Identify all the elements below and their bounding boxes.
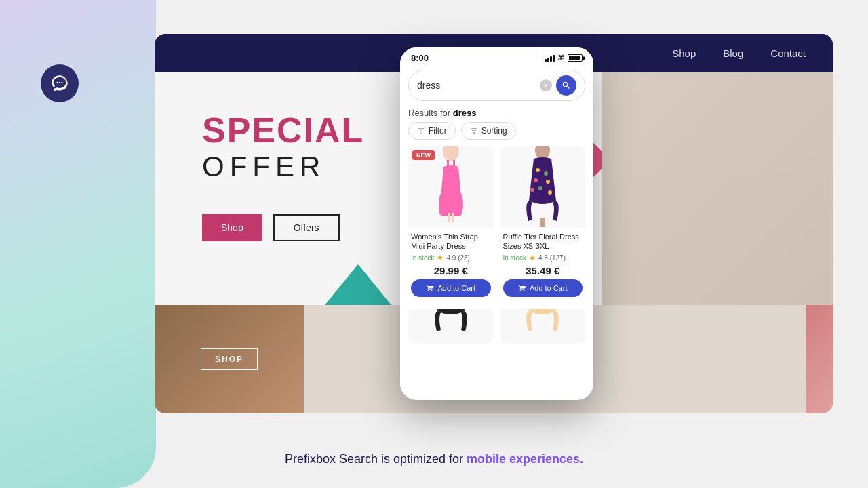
nav-blog[interactable]: Blog: [723, 47, 743, 59]
special-text: SPECIAL: [202, 113, 364, 148]
svg-point-18: [536, 168, 540, 172]
product-image-4: [500, 309, 586, 343]
svg-point-19: [544, 171, 548, 176]
svg-rect-25: [540, 218, 542, 227]
add-to-cart-button-1[interactable]: Add to Cart: [411, 279, 491, 297]
dress-image-3: [427, 309, 475, 343]
product-card-4: [500, 309, 586, 343]
bottom-image-3: SHOP: [806, 305, 833, 413]
in-stock-1: In stock: [411, 254, 434, 262]
in-stock-2: In stock: [503, 254, 526, 262]
status-bar: 8:00 ⌘: [400, 47, 593, 66]
product-image-1: New: [408, 146, 494, 228]
add-to-cart-button-2[interactable]: Add to Cart: [503, 279, 583, 297]
offer-text: OFFER: [202, 150, 364, 183]
nav-contact[interactable]: Contact: [770, 47, 806, 59]
add-to-cart-label-2: Add to Cart: [530, 284, 568, 292]
product-card-1: New Women's Thin Strap Midi Party Dress …: [408, 146, 494, 302]
product-meta-1: In stock ★ 4.9 (23): [411, 253, 491, 262]
search-bar[interactable]: dress ✕: [408, 70, 585, 101]
svg-point-23: [530, 188, 534, 192]
background-gradient: [0, 0, 156, 488]
product-card-3: [408, 309, 494, 343]
sorting-button[interactable]: Sorting: [461, 122, 516, 140]
results-text: Results for dress: [408, 108, 585, 118]
search-icon: [561, 81, 571, 90]
svg-point-1: [59, 82, 60, 83]
chat-icon[interactable]: [41, 64, 79, 102]
new-badge: New: [412, 150, 435, 160]
product-meta-2: In stock ★ 4.8 (127): [503, 253, 583, 262]
svg-point-2: [61, 82, 62, 83]
svg-rect-16: [452, 213, 454, 222]
bottom-image-1: SHOP: [155, 305, 304, 413]
sorting-label: Sorting: [481, 126, 507, 136]
status-icons: ⌘: [545, 54, 583, 62]
phone-overlay: 8:00 ⌘ dress ✕ Results for dress: [400, 47, 593, 400]
wifi-icon: ⌘: [557, 54, 565, 62]
results-query: dress: [453, 108, 477, 118]
svg-point-22: [538, 186, 542, 190]
hero-buttons: Shop Offers: [202, 214, 340, 241]
svg-point-14: [455, 192, 463, 216]
chat-bubble-icon: [50, 74, 69, 93]
status-time: 8:00: [411, 53, 429, 63]
product-info-1: Women's Thin Strap Midi Party Dress In s…: [408, 228, 494, 302]
svg-point-20: [534, 178, 538, 182]
product-card-2: Ruffle Tier Floral Dress, Sizes XS-3XL I…: [500, 146, 586, 302]
shop-label[interactable]: SHOP: [201, 348, 258, 370]
svg-point-21: [546, 180, 550, 184]
svg-point-10: [443, 146, 459, 161]
filter-row: Filter Sorting: [408, 122, 585, 140]
cart-icon-1: [426, 284, 434, 292]
product-grid: New Women's Thin Strap Midi Party Dress …: [400, 146, 593, 343]
battery-icon: [568, 54, 583, 62]
filter-label: Filter: [429, 126, 447, 136]
shop-button[interactable]: Shop: [202, 214, 262, 241]
product-name-2: Ruffle Tier Floral Dress, Sizes XS-3XL: [503, 232, 583, 251]
bottom-text: Prefixbox Search is optimized for mobile…: [0, 452, 868, 466]
product-price-1: 29.99 €: [411, 265, 491, 277]
cart-icon-2: [518, 284, 526, 292]
search-submit-button[interactable]: [556, 75, 576, 96]
star-icon-2: ★: [529, 253, 536, 262]
svg-rect-26: [542, 218, 545, 227]
add-to-cart-label-1: Add to Cart: [437, 284, 475, 292]
sorting-icon: [470, 127, 478, 135]
product-info-2: Ruffle Tier Floral Dress, Sizes XS-3XL I…: [500, 228, 586, 302]
dress-image-4: [519, 309, 566, 343]
svg-rect-15: [448, 213, 450, 222]
filter-icon: [417, 127, 425, 135]
signal-bars: [545, 55, 555, 62]
product-image-3: [408, 309, 494, 343]
star-icon-1: ★: [437, 253, 443, 262]
rating-1: 4.9 (23): [446, 254, 469, 262]
search-input[interactable]: dress: [417, 80, 540, 91]
svg-point-0: [56, 82, 58, 83]
dress-image-2: [519, 146, 566, 228]
offers-button[interactable]: Offers: [273, 214, 340, 241]
product-image-2: [500, 146, 586, 228]
svg-point-13: [439, 192, 447, 216]
nav-shop[interactable]: Shop: [672, 47, 696, 59]
rating-2: 4.8 (127): [538, 254, 566, 262]
product-price-2: 35.49 €: [503, 265, 583, 277]
filter-button[interactable]: Filter: [408, 122, 456, 140]
svg-point-24: [548, 190, 552, 195]
search-clear-button[interactable]: ✕: [540, 79, 552, 92]
product-name-1: Women's Thin Strap Midi Party Dress: [411, 232, 491, 251]
hero-headline: SPECIAL OFFER: [202, 113, 364, 183]
